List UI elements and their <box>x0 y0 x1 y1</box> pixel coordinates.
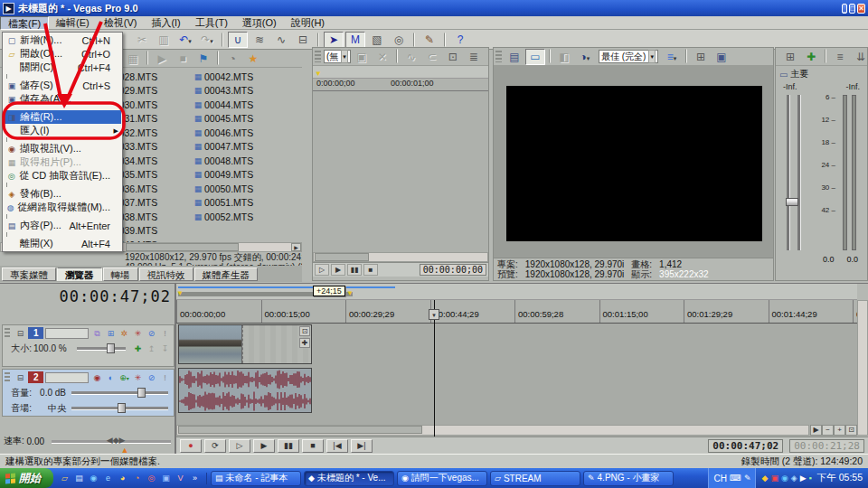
maximize-button[interactable]: □ <box>849 4 855 14</box>
split-screen-icon[interactable]: ◑ <box>575 49 595 65</box>
selection-edit-tool-icon[interactable]: ▧ <box>367 32 387 48</box>
trimmer-ruler[interactable]: 0:00:00;0000:00:01;00 <box>313 79 488 91</box>
file-item[interactable]: ▦00044.MTS <box>192 98 288 112</box>
fader-rail-left[interactable] <box>787 95 789 250</box>
file-item[interactable]: ▦00049.MTS <box>192 168 288 183</box>
track-fx-icon[interactable]: ✲ <box>118 327 131 339</box>
taskbar-clock[interactable]: 下午 05:55 <box>817 472 863 484</box>
pen-icon[interactable]: ✎ <box>744 474 751 483</box>
enable-snapping-icon[interactable]: ∪ <box>228 32 248 48</box>
menu-item-publish[interactable]: ◈ 發佈(B)... <box>4 187 121 201</box>
views-icon[interactable]: ▦ <box>123 51 143 67</box>
audio-event[interactable] <box>178 368 312 413</box>
minimize-button[interactable]: _ <box>842 4 847 14</box>
level-down-icon[interactable]: ↧ <box>158 343 172 354</box>
close-button[interactable]: ✕ <box>857 4 865 14</box>
menu-item-render-as[interactable]: ◨ 繪檔(R)... <box>4 110 121 124</box>
save-snapshot-icon[interactable]: ▣ <box>712 49 731 65</box>
volume-slider[interactable] <box>71 391 168 394</box>
insert-assignable-fx-icon[interactable]: ✚ <box>801 49 821 65</box>
fader-rail-right[interactable] <box>797 95 800 250</box>
keyboard-icon[interactable]: ⌨ <box>730 474 741 483</box>
menu[interactable]: 檔案(F) <box>0 16 49 30</box>
event-pan-crop-icon[interactable]: ⊡ <box>299 326 310 336</box>
scroll-right-button[interactable]: ▶ <box>291 243 301 251</box>
downmix-output-icon[interactable]: ⇊ <box>851 49 868 65</box>
parent-composite-icon[interactable]: ⧉ <box>90 327 104 339</box>
remove-media-icon[interactable]: ✕ <box>373 49 392 65</box>
go-to-start-button[interactable]: |◀ <box>326 439 348 453</box>
preview-toolbar-icon[interactable] <box>549 49 551 63</box>
dock-grip[interactable] <box>315 51 321 63</box>
size-slider[interactable] <box>77 347 126 350</box>
zoom-in-button[interactable]: + <box>834 425 845 436</box>
frame-view-icon[interactable]: ⊡ <box>443 49 463 65</box>
opera-icon[interactable]: ◎ <box>146 473 157 484</box>
phase-invert-icon[interactable]: ◐ <box>104 371 118 383</box>
audio-track-header[interactable]: ⊟ 2 ◉◐⊕✳⊘! 音量: 0.0 dB 音場: 中央 <box>2 369 175 417</box>
tracks-area[interactable]: ⊡ ✚ <box>176 324 857 436</box>
trimmer-timecode[interactable]: 00:00:00;00 <box>420 264 486 276</box>
cut-icon[interactable]: ✂ <box>132 32 152 48</box>
zoom-edit-tool-icon[interactable]: ◎ <box>389 32 409 48</box>
menu[interactable]: 工具(T) <box>188 16 235 30</box>
pan-value[interactable]: 中央 <box>33 402 66 415</box>
stop-button[interactable]: ■ <box>302 439 324 453</box>
auto-preview-icon[interactable]: ⚑ <box>193 51 213 67</box>
solo-icon[interactable]: ! <box>158 327 172 339</box>
task-notepad[interactable]: ▤未命名 - 記事本 <box>211 471 301 486</box>
chrome-icon[interactable]: ◕ <box>117 473 128 484</box>
loop-end-marker[interactable]: ▼ <box>346 289 354 297</box>
start-button[interactable]: 開始 <box>0 468 53 488</box>
loop-start-marker[interactable]: ▼ <box>176 289 184 297</box>
loop-playback-button[interactable]: ⟳ <box>204 439 226 453</box>
sync-cursor-icon[interactable]: ⊂ <box>422 49 442 65</box>
menu[interactable]: 選項(O) <box>235 16 284 30</box>
insert-fx-icon[interactable]: ⊕ <box>118 371 131 383</box>
rate-slider[interactable]: ◀◆▶ ▲ <box>52 440 171 443</box>
whats-this-help-icon[interactable]: ? <box>450 32 470 48</box>
copy-icon[interactable]: ▥ <box>154 32 174 48</box>
photo-icon[interactable]: ▣ <box>160 473 172 484</box>
task-vegas[interactable]: ◆未標題的 * - Ve... <box>304 471 394 486</box>
mixer-properties-icon[interactable]: ≡ <box>830 49 850 65</box>
trim-pause-button[interactable]: ▮▮ <box>347 264 362 276</box>
trimmer-marker-bar[interactable]: ▼ <box>313 66 488 79</box>
dock-grip[interactable] <box>495 51 502 63</box>
tray-player-icon[interactable]: ▶ <box>800 474 807 483</box>
favorites-icon[interactable]: ★ <box>243 51 263 67</box>
menu-item-get-photo[interactable]: ▦ 取得相片(P)... <box>4 155 121 169</box>
trimmer-toolbar-icon[interactable] <box>396 49 398 63</box>
automation-settings-icon[interactable]: ✳ <box>131 371 145 383</box>
auto-ripple-icon[interactable]: ≋ <box>250 32 269 48</box>
lock-envelopes-icon[interactable]: ∿ <box>271 32 291 48</box>
mixer-toolbar-icon[interactable] <box>825 49 826 63</box>
trim-stop-button[interactable]: ■ <box>363 264 378 276</box>
volume-value[interactable]: 0.0 dB <box>33 388 66 398</box>
track-name-field[interactable] <box>45 328 89 339</box>
play-button[interactable]: ▶ <box>253 439 275 453</box>
menu-item-open[interactable]: ▱ 開啟(O)... Ctrl+O <box>4 47 121 61</box>
start-preview-icon[interactable]: ▶ <box>152 51 172 67</box>
insert-audio-bus-icon[interactable]: ⊞ <box>780 49 800 65</box>
folder-icon[interactable]: ▱ <box>59 473 71 484</box>
chevron-down-icon[interactable]: ▾ <box>341 50 348 63</box>
menu[interactable]: 編輯(E) <box>49 16 97 30</box>
file-item[interactable]: ▦00051.MTS <box>192 196 288 211</box>
playhead-cursor[interactable] <box>434 300 435 436</box>
trimmer-media-select[interactable]: (無▾ <box>324 50 351 63</box>
file-item[interactable]: ▦00047.MTS <box>192 140 288 155</box>
video-event-tail[interactable]: ⊡ ✚ <box>242 325 311 363</box>
tray-za-icon[interactable]: ▣ <box>770 474 778 483</box>
file-item[interactable]: ▦00045.MTS <box>192 112 288 127</box>
toolbar-icon[interactable] <box>317 33 319 47</box>
trimmer-body[interactable] <box>313 91 488 252</box>
menu-item-import[interactable]: 匯入(I) <box>4 124 121 137</box>
menu-item-properties[interactable]: ▤ 內容(P)... Alt+Enter <box>4 219 121 232</box>
track-grip[interactable] <box>5 328 10 339</box>
video-track-header[interactable]: ⊟ 1 ⧉⊞✲✳⊘! 大小: 100.0 % ✚↥↧ <box>2 324 175 367</box>
menu-item-new[interactable]: ▢ 新增(N)... Ctrl+N <box>4 33 121 47</box>
play-from-start-button[interactable]: ▷ <box>229 439 250 453</box>
external-monitor-icon[interactable]: ▭ <box>525 49 545 65</box>
event-fx-icon[interactable]: ✚ <box>299 338 310 348</box>
